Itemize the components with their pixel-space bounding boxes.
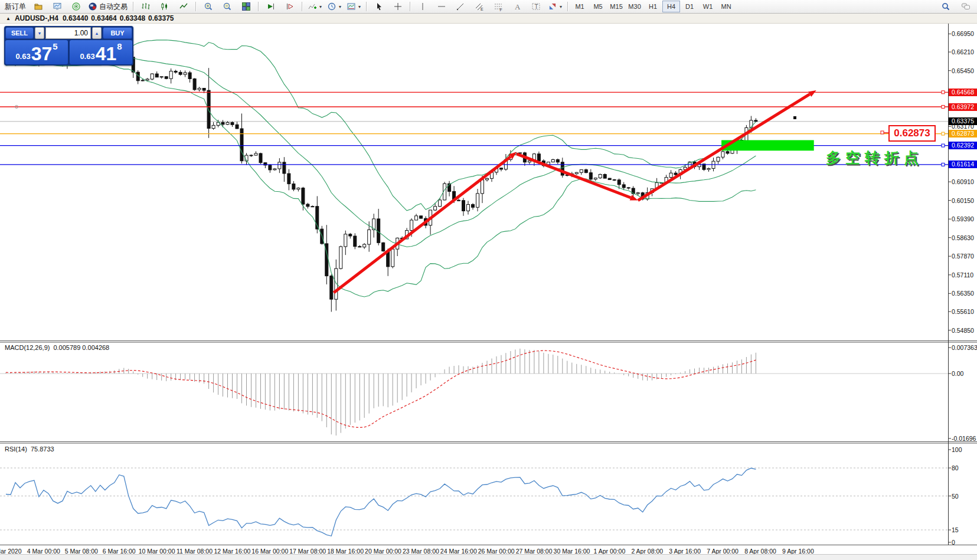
timeframe-d1-button[interactable]: D1 xyxy=(681,1,698,12)
price-tick-label: 0.55610 xyxy=(952,308,974,315)
macd-axis-label: 0.007363 xyxy=(952,344,977,351)
dropdown-arrow-icon[interactable]: ▾ xyxy=(358,4,361,9)
macd-values: 0.005789 0.004268 xyxy=(53,344,109,351)
label-button[interactable]: T xyxy=(527,0,545,13)
fibonacci-button[interactable]: F xyxy=(489,0,507,13)
macd-axis-label: 0.00 xyxy=(952,370,963,377)
one-click-trading-panel: SELL ▼ ▲ BUY 0.63 37 5 0.63 41 8 xyxy=(4,26,133,66)
tile-windows-icon xyxy=(241,2,251,11)
autotrading-button-label: 自动交易 xyxy=(99,2,128,12)
label-icon: T xyxy=(531,2,541,11)
timeframe-mn-button[interactable]: MN xyxy=(717,1,735,12)
volume-input[interactable] xyxy=(45,27,91,39)
zoom-in-button[interactable] xyxy=(199,0,217,13)
rsi-axis-label: 15 xyxy=(952,526,959,533)
templates-button[interactable]: ▾ xyxy=(344,0,363,13)
horizontal-line-button[interactable] xyxy=(432,0,450,13)
buy-price-prefix: 0.63 xyxy=(80,52,94,61)
timeframe-m15-button[interactable]: M15 xyxy=(607,1,625,12)
toolbar-separator xyxy=(302,2,302,11)
profiles-button[interactable] xyxy=(29,0,47,13)
zoom-out-button[interactable] xyxy=(218,0,236,13)
bar-chart-button[interactable] xyxy=(136,0,155,13)
close-value: 0.63375 xyxy=(148,14,174,22)
turning-point-note[interactable]: 多空转折点 xyxy=(826,148,923,168)
chart-title: AUDUSD-,H4 xyxy=(15,14,58,22)
price-badge: 0.62392 xyxy=(949,142,977,149)
new-order-button-label: 新订单 xyxy=(5,2,26,12)
crosshair-button[interactable] xyxy=(388,0,407,13)
dropdown-arrow-icon[interactable]: ▾ xyxy=(319,4,322,9)
rsi-axis-label: 80 xyxy=(952,464,959,471)
vertical-line-button[interactable] xyxy=(413,0,432,13)
line-chart-button[interactable] xyxy=(174,0,192,13)
line-chart-icon xyxy=(179,2,188,11)
price-tick-label: 0.65450 xyxy=(952,67,974,74)
volume-increase-button[interactable]: ▲ xyxy=(92,27,102,39)
chat-button[interactable] xyxy=(956,0,975,13)
low-value: 0.63348 xyxy=(120,14,145,22)
price-tick-label: 0.54850 xyxy=(952,327,974,334)
dropdown-arrow-icon[interactable]: ▾ xyxy=(560,4,562,9)
auto-scroll-button[interactable] xyxy=(262,0,280,13)
mt4-application: 新订单自动交易▾▾▾EFAT▾M1M5M15M30H1H4D1W1MN ▲ AU… xyxy=(0,0,977,560)
chart-canvas[interactable] xyxy=(0,24,977,555)
auto-scroll-icon xyxy=(266,2,276,11)
timeframe-w1-button[interactable]: W1 xyxy=(699,1,717,12)
toolbar-separator xyxy=(366,2,367,11)
text-icon: A xyxy=(512,2,522,11)
candlestick-icon xyxy=(160,2,169,11)
volume-decrease-button[interactable]: ▼ xyxy=(35,27,44,39)
ohlc-values: 0.634400.634640.633480.63375 xyxy=(63,14,177,22)
sell-button[interactable]: SELL xyxy=(5,27,34,39)
dropdown-arrow-icon[interactable]: ▾ xyxy=(339,4,341,9)
chat-icon xyxy=(961,2,971,11)
shapes-button[interactable]: ▾ xyxy=(545,0,564,13)
trendline-button[interactable] xyxy=(451,0,469,13)
candlestick-button[interactable] xyxy=(155,0,174,13)
rsi-axis-label: 100 xyxy=(952,446,962,453)
macd-axis-label: -0.01696 xyxy=(952,435,976,442)
toolbar-separator xyxy=(567,2,568,11)
chart-titlebar: ▲ AUDUSD-,H4 0.634400.634640.633480.6337… xyxy=(0,14,977,24)
hline-icon xyxy=(437,2,446,11)
market-watch-button[interactable] xyxy=(48,0,66,13)
indicators-button[interactable]: ▾ xyxy=(305,0,324,13)
cursor-button[interactable] xyxy=(370,0,388,13)
sell-price-prefix: 0.63 xyxy=(15,52,30,61)
new-order-button[interactable]: 新订单 xyxy=(2,0,28,13)
buy-button[interactable]: BUY xyxy=(103,27,132,39)
timeframe-m5-button[interactable]: M5 xyxy=(589,1,607,12)
buy-price-tile[interactable]: 0.63 41 8 xyxy=(70,40,132,64)
tile-windows-button[interactable] xyxy=(237,0,255,13)
collapse-icon[interactable]: ▲ xyxy=(6,16,11,21)
cursor-icon xyxy=(374,2,384,11)
sell-price-big: 37 xyxy=(31,45,53,63)
macd-title: MACD(12,26,9) xyxy=(5,344,50,351)
autotrading-button[interactable]: 自动交易 xyxy=(86,0,130,13)
open-value: 0.63440 xyxy=(63,14,88,22)
periods-button[interactable]: ▾ xyxy=(325,0,344,13)
autotrading-icon xyxy=(88,2,97,11)
sell-price-tile[interactable]: 0.63 37 5 xyxy=(5,40,68,64)
chart-shift-button[interactable] xyxy=(280,0,299,13)
search-icon xyxy=(941,2,950,11)
price-callout-box[interactable]: 0.62873 xyxy=(888,125,936,142)
price-tick-label: 0.59390 xyxy=(952,215,974,222)
templates-icon xyxy=(347,2,356,11)
svg-text:A: A xyxy=(515,2,521,11)
price-badge: 0.62873 xyxy=(949,130,977,137)
indicators-icon xyxy=(308,2,317,11)
signals-button[interactable] xyxy=(67,0,85,13)
rsi-axis-label: 50 xyxy=(952,493,959,500)
price-tick-label: 0.66950 xyxy=(952,30,974,37)
timeframe-h4-button[interactable]: H4 xyxy=(662,1,680,12)
symbol-search-button[interactable] xyxy=(936,0,955,13)
price-tick-label: 0.60150 xyxy=(952,197,974,204)
timeframe-m1-button[interactable]: M1 xyxy=(571,1,589,12)
timeframe-h1-button[interactable]: H1 xyxy=(644,1,662,12)
channel-button[interactable]: E xyxy=(470,0,488,13)
timeframe-m30-button[interactable]: M30 xyxy=(626,1,643,12)
text-button[interactable]: A xyxy=(508,0,526,13)
price-tick-label: 0.56350 xyxy=(952,290,974,297)
